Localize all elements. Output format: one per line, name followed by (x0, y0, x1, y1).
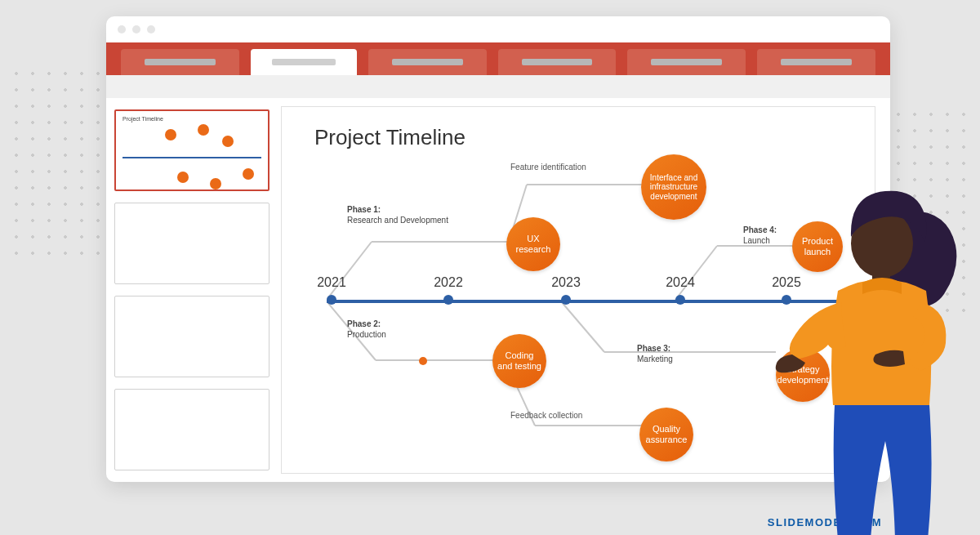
year-label: 2022 (434, 275, 463, 290)
thumb-title: Project Timeline (122, 116, 163, 122)
ribbon-tabs (106, 42, 890, 75)
ribbon-tab[interactable] (368, 49, 487, 75)
year-label: 2021 (317, 275, 346, 290)
ribbon-tab-active[interactable] (251, 49, 357, 75)
bubble-coding-testing[interactable]: Coding and testing (492, 334, 546, 388)
branch-node-icon (419, 357, 427, 365)
branch-label: Feedback collection (510, 411, 582, 421)
ribbon-toolbar (106, 75, 890, 98)
phase-label: Phase 2:Production (347, 319, 386, 340)
slide-thumbnail[interactable] (114, 203, 270, 284)
presenter-illustration (768, 180, 964, 535)
year-label: 2023 (551, 275, 581, 290)
year-label: 2024 (666, 275, 695, 290)
branch-label: Feature identification (510, 163, 586, 172)
slide-thumbnail[interactable] (114, 389, 270, 470)
ribbon-tab[interactable] (627, 49, 746, 75)
window-control-min[interactable] (132, 25, 140, 33)
year-tick (443, 295, 453, 305)
ribbon-tab[interactable] (757, 49, 875, 75)
slide-thumbnail[interactable]: Project Timeline (114, 109, 270, 191)
phase-label: Phase 1:Research and Development (347, 205, 448, 225)
svg-line-10 (675, 246, 717, 300)
year-tick (327, 295, 336, 305)
phase-label: Phase 3:Marketing (637, 344, 673, 364)
ribbon-tab[interactable] (498, 49, 617, 75)
svg-line-8 (561, 301, 604, 352)
svg-line-0 (327, 242, 372, 300)
year-tick (561, 295, 571, 305)
window-control-close[interactable] (118, 25, 126, 33)
year-tick (675, 295, 685, 305)
bubble-interface-infra[interactable]: Interface and infrastructure development (641, 154, 706, 220)
ribbon-tab[interactable] (121, 49, 239, 75)
window-control-max[interactable] (147, 25, 155, 33)
bubble-quality-assurance[interactable]: Quality assurance (639, 408, 693, 461)
window-title-bar (106, 16, 890, 42)
slide-thumbnail-panel: Project Timeline (106, 98, 278, 482)
slide-thumbnail[interactable] (114, 296, 270, 377)
bubble-ux-research[interactable]: UX research (506, 217, 560, 271)
